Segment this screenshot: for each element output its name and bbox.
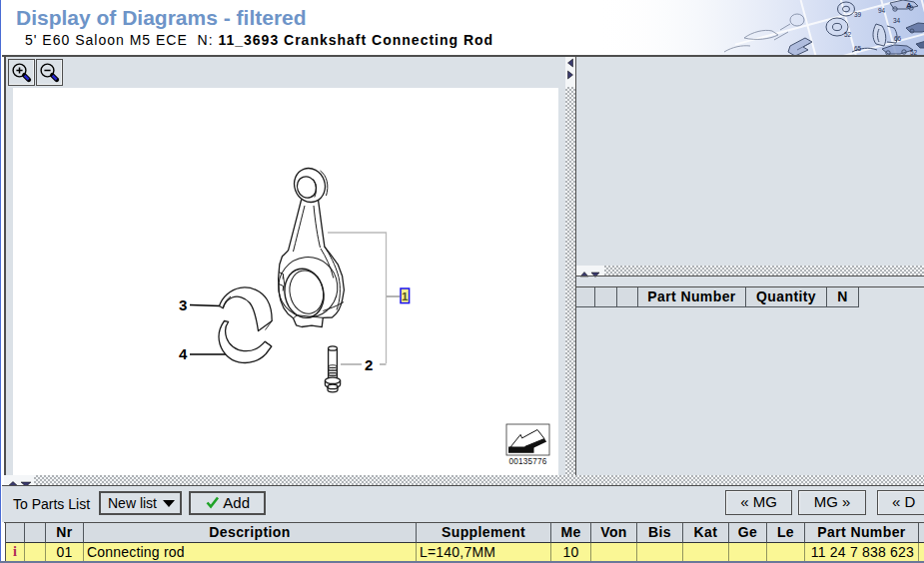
- svg-text:94: 94: [878, 7, 886, 14]
- svg-text:65: 65: [854, 45, 862, 52]
- svg-text:A: A: [906, 1, 912, 10]
- svg-text:4: 4: [179, 345, 188, 362]
- svg-text:34: 34: [893, 17, 901, 24]
- svg-text:66: 66: [894, 35, 902, 42]
- svg-text:52: 52: [844, 31, 852, 38]
- svg-text:2: 2: [365, 356, 373, 373]
- svg-text:1: 1: [402, 290, 409, 302]
- svg-text:39: 39: [854, 11, 862, 18]
- svg-text:3: 3: [179, 296, 187, 313]
- svg-text:00135776: 00135776: [508, 457, 546, 466]
